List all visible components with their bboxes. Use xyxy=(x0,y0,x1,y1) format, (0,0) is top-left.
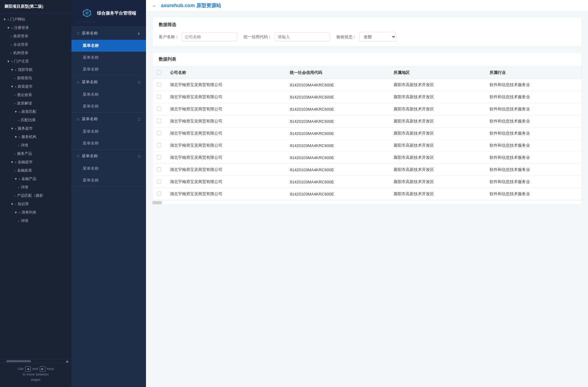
row-industry: 软件和信息技术服务业 xyxy=(485,164,581,176)
tree-item-register[interactable]: ▼ ▪ 注册登录 xyxy=(0,24,71,32)
tree-item-service-product[interactable]: ▫ 服务产品 xyxy=(0,150,71,158)
hint-move: to move between xyxy=(23,372,49,376)
tree-item-label: 详情 xyxy=(21,143,28,148)
tree-item-policy-benefit[interactable]: ▫ 惠企政策 xyxy=(0,91,71,99)
tree-item-list[interactable]: ▼ ▪ 清单列表 xyxy=(0,208,71,217)
table-row: 湖北宇翰滑宝灵商贸有限公司 91420103MA4KRC600E 襄阳市高新技术… xyxy=(153,79,581,91)
table-scrollbar-thumb[interactable] xyxy=(153,201,162,204)
row-checkbox[interactable] xyxy=(157,119,161,123)
row-checkbox[interactable] xyxy=(157,107,161,111)
menu-group-left: □ 菜单名称 xyxy=(77,79,98,85)
tree-item-news[interactable]: ▫ 新闻资讯 xyxy=(0,74,71,82)
table-row: 湖北宇翰滑宝灵商贸有限公司 91420103MA4KRC600E 襄阳市高新技术… xyxy=(153,188,581,200)
tree-item-portal[interactable]: ▼ ▪ 门户网站 xyxy=(0,15,71,24)
row-checkbox[interactable] xyxy=(157,155,161,159)
tree-item-policy-read[interactable]: ▫ 政策解读 xyxy=(0,99,71,108)
file-icon: ▫ xyxy=(14,168,16,173)
table-head: 公司名称 统一社会信用代码 所属地区 所属行业 xyxy=(153,67,581,79)
menu-group-header-4[interactable]: □ 菜单名称 □ xyxy=(71,150,146,163)
row-industry: 软件和信息技术服务业 xyxy=(485,79,581,91)
menu-item-2-1[interactable]: 菜单名称 xyxy=(71,89,146,100)
arrow-icon: ▼ xyxy=(11,202,14,206)
row-region: 襄阳市高新技术开发区 xyxy=(389,127,485,140)
row-company: 湖北宇翰滑宝灵商贸有限公司 xyxy=(166,115,285,127)
menu-item-3-2[interactable]: 菜单名称 xyxy=(71,137,146,149)
row-company: 湖北宇翰滑宝灵商贸有限公司 xyxy=(166,79,285,91)
select-all-checkbox[interactable] xyxy=(157,70,161,75)
tree-item-match-result[interactable]: ▫ 匹配结果 xyxy=(0,116,71,124)
menu-item-4-1[interactable]: 菜单名称 xyxy=(71,163,146,174)
menu-group-header-3[interactable]: □ 菜单名称 □ xyxy=(71,113,146,126)
menu-group-3: □ 菜单名称 □ 菜单名称 菜单名称 xyxy=(71,113,146,150)
tree-item-service-org[interactable]: ▼ ▪ 服务机构 xyxy=(0,133,71,141)
tree-item-finance-product[interactable]: ▼ ▪ 金融产品 xyxy=(0,175,71,183)
tree-item-label: 政府登录 xyxy=(13,34,28,39)
row-credit-code: 91420103MA4KRC600E xyxy=(285,176,389,188)
row-credit-code: 91420103MA4KRC600E xyxy=(285,140,389,152)
table-header-row: 公司名称 统一社会信用代码 所属地区 所属行业 xyxy=(153,67,581,79)
tree-item-org-login[interactable]: ▫ 机构登录 xyxy=(0,49,71,57)
row-checkbox[interactable] xyxy=(157,143,161,147)
folder-icon: ▪ xyxy=(15,68,16,72)
hint-keys: keys xyxy=(47,367,54,371)
tree-item-product-match[interactable]: ▫ 产品匹配（摄影 xyxy=(0,191,71,200)
tree-item-label: 金融产品 xyxy=(21,176,36,182)
expand-icon: □ xyxy=(138,117,140,122)
menu-item-4-2[interactable]: 菜单名称 xyxy=(71,174,146,186)
table-row: 湖北宇翰滑宝灵商贸有限公司 91420103MA4KRC600E 襄阳市高新技术… xyxy=(153,103,581,115)
row-checkbox[interactable] xyxy=(157,179,161,184)
arrow-icon: ▼ xyxy=(14,177,17,181)
table-row: 湖北宇翰滑宝灵商贸有限公司 91420103MA4KRC600E 襄阳市高新技术… xyxy=(153,91,581,103)
row-checkbox[interactable] xyxy=(157,191,161,196)
menu-item-1-3[interactable]: 菜单名称 xyxy=(71,63,146,75)
credit-code-input[interactable] xyxy=(274,32,330,41)
tree-item-service-super[interactable]: ▼ ▪ 服务超市 xyxy=(0,124,71,133)
row-checkbox[interactable] xyxy=(157,94,161,99)
tree-item-portal-home[interactable]: ▼ ▪ 门户主页 xyxy=(0,57,71,66)
table-scroll-container[interactable]: 公司名称 统一社会信用代码 所属地区 所属行业 湖北宇翰滑宝灵商贸有限公司 91… xyxy=(153,67,581,200)
menu-group-left: □ 菜单名称 xyxy=(77,30,98,36)
tree-item-gov-login[interactable]: ▫ 政府登录 xyxy=(0,32,71,40)
table-scrollbar[interactable] xyxy=(153,200,581,205)
row-company: 湖北宇翰滑宝灵商贸有限公司 xyxy=(166,188,285,200)
tree-item-finance-policy[interactable]: ▫ 金融政策 xyxy=(0,166,71,175)
tree-item-label: 产品匹配（摄影 xyxy=(17,193,43,198)
tree-item-biz-login[interactable]: ▫ 企业登录 xyxy=(0,40,71,49)
credit-code-label: 统一信用代码： xyxy=(244,34,272,40)
arrow-icon: ▼ xyxy=(11,160,14,164)
row-checkbox[interactable] xyxy=(157,131,161,135)
menu-group-header-2[interactable]: □ 菜单名称 □ xyxy=(71,76,146,89)
row-checkbox[interactable] xyxy=(157,82,161,87)
th-checkbox xyxy=(153,67,166,79)
hint-and: and xyxy=(32,367,38,371)
tree-item-label: 门户主页 xyxy=(14,59,29,64)
arrow-icon: ▼ xyxy=(7,26,10,30)
scroll-right-icon[interactable]: ▶ xyxy=(66,360,69,363)
menu-item-3-1[interactable]: 菜单名称 xyxy=(71,126,146,137)
arrow-icon: ▼ xyxy=(11,68,14,71)
tree-item-finance-super[interactable]: ▼ ▪ 金融超市 xyxy=(0,158,71,166)
company-name-input[interactable] xyxy=(181,32,237,41)
tree-item-detail1[interactable]: ▫ 详情 xyxy=(0,141,71,150)
scrollbar-thumb[interactable] xyxy=(6,360,31,362)
accept-status-select[interactable]: 全部 xyxy=(359,32,396,42)
menu-item-1-2[interactable]: 菜单名称 xyxy=(71,52,146,63)
tree-item-detail3[interactable]: ▫ 详情 xyxy=(0,217,71,225)
filter-credit-code: 统一信用代码： xyxy=(244,32,330,41)
row-credit-code: 91420103MA4KRC600E xyxy=(285,79,389,91)
menu-item-2-2[interactable]: 菜单名称 xyxy=(71,100,146,112)
menu-item-active[interactable]: 菜单名称 xyxy=(71,40,146,52)
tree-item-policy-super[interactable]: ▼ ▪ 政策超市 xyxy=(0,82,71,91)
expand-icon: □ xyxy=(138,80,140,85)
sidebar-scrollbar[interactable]: ▶ xyxy=(0,359,71,363)
back-icon[interactable]: ← xyxy=(152,3,157,9)
tree-item-knowledge[interactable]: ▼ ▫ 知识库 xyxy=(0,200,71,208)
filter-row: 客户名称： 统一信用代码： 验收状态： 全部 xyxy=(159,32,575,42)
tree-item-detail2[interactable]: ▫ 详情 xyxy=(0,183,71,191)
row-checkbox[interactable] xyxy=(157,167,161,172)
tree-item-policy-match[interactable]: ▼ ▪ 政策匹配 xyxy=(0,108,71,116)
menu-group-header-1[interactable]: □ 菜单名称 ∧ xyxy=(71,27,146,40)
row-industry: 软件和信息技术服务业 xyxy=(485,127,581,140)
tree-item-top-nav[interactable]: ▼ ▪ 顶部导航 xyxy=(0,66,71,74)
row-checkbox-cell xyxy=(153,152,166,164)
